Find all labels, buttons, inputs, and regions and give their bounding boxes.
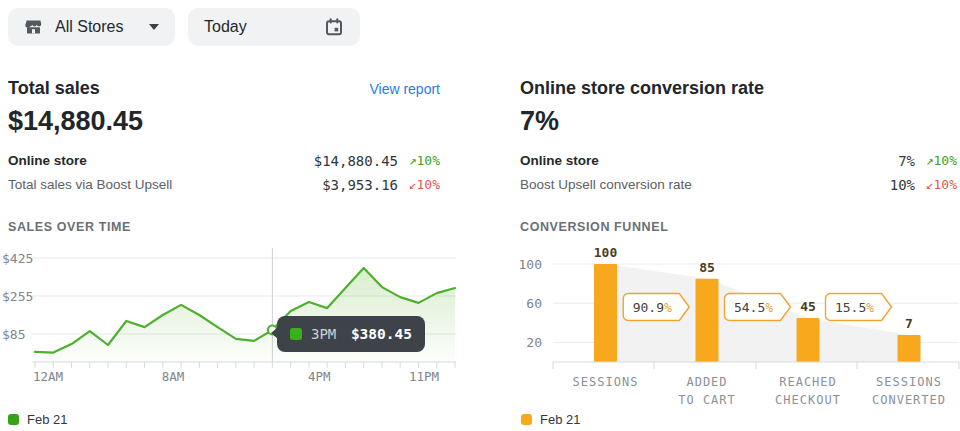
funnel-bar[interactable] bbox=[898, 335, 921, 362]
series-swatch bbox=[290, 328, 302, 340]
conversion-badge-label: 90.9% bbox=[633, 300, 672, 315]
metric-label: Online store bbox=[520, 153, 599, 168]
bar-value-label: 100 bbox=[594, 245, 618, 260]
bar-value-label: 45 bbox=[800, 299, 816, 314]
metric-value: $3,953.16 bbox=[322, 177, 398, 193]
funnel-category-label: CONVERTED bbox=[872, 393, 946, 407]
bar-value-label: 7 bbox=[905, 316, 913, 331]
trend-change: 10% bbox=[934, 177, 957, 192]
tooltip-caret bbox=[271, 327, 278, 339]
funnel-bar[interactable] bbox=[797, 318, 820, 362]
trend-up-badge: ↗10% bbox=[926, 153, 957, 168]
bar-value-label: 85 bbox=[699, 260, 715, 275]
conversion-title: Online store conversion rate bbox=[520, 78, 764, 99]
y-axis-label: 20 bbox=[526, 335, 542, 350]
trend-change: 10% bbox=[417, 177, 440, 192]
y-axis-label: 60 bbox=[526, 296, 542, 311]
total-sales-value: $14,880.45 bbox=[8, 106, 143, 137]
funnel-category-label: REACHED bbox=[779, 375, 837, 389]
store-selector[interactable]: All Stores bbox=[8, 8, 175, 46]
legend-swatch-orange bbox=[521, 414, 532, 425]
trend-up-badge: ↗10% bbox=[409, 153, 440, 168]
metric-label: Online store bbox=[8, 153, 87, 168]
funnel-category-label: CHECKOUT bbox=[775, 393, 841, 407]
date-selector-label: Today bbox=[204, 18, 247, 36]
tooltip-value: $380.45 bbox=[351, 326, 412, 342]
y-axis-label: $255 bbox=[2, 289, 33, 304]
chevron-down-icon bbox=[149, 24, 159, 30]
funnel-category-label: ADDED bbox=[686, 375, 727, 389]
x-axis-label: 11PM bbox=[409, 369, 439, 384]
x-axis-label: 12AM bbox=[33, 369, 63, 384]
sales-chart-legend: Feb 21 bbox=[8, 412, 67, 427]
funnel-category-label: SESSIONS bbox=[573, 375, 639, 389]
metric-label: Boost Upsell conversion rate bbox=[520, 177, 692, 192]
store-selector-label: All Stores bbox=[55, 18, 137, 36]
chart-tooltip: 3PM $380.45 bbox=[277, 316, 425, 352]
metric-label: Total sales via Boost Upsell bbox=[8, 177, 172, 192]
metric-value: 7% bbox=[898, 153, 915, 169]
metric-row: Total sales via Boost Upsell $3,953.16 ↙… bbox=[8, 177, 440, 195]
metric-row: Online store 7% ↗10% bbox=[520, 153, 957, 171]
conversion-badge-label: 54.5% bbox=[734, 300, 773, 315]
view-report-link[interactable]: View report bbox=[369, 81, 440, 97]
funnel-category-label: TO CART bbox=[678, 393, 736, 407]
trend-down-icon: ↙ bbox=[409, 177, 417, 192]
tooltip-time: 3PM bbox=[311, 326, 336, 342]
trend-down-icon: ↙ bbox=[926, 177, 934, 192]
funnel-bar[interactable] bbox=[696, 279, 719, 362]
trend-change: 10% bbox=[934, 153, 957, 168]
sales-over-time-heading: SALES OVER TIME bbox=[8, 220, 131, 234]
funnel-category-label: SESSIONS bbox=[876, 375, 942, 389]
metric-value: 10% bbox=[890, 177, 915, 193]
y-axis-label: $85 bbox=[2, 327, 25, 342]
conversion-funnel-chart[interactable]: 10060201008545790.9%54.5%15.5%SESSIONSAD… bbox=[516, 240, 960, 410]
x-axis-label: 4PM bbox=[308, 369, 331, 384]
trend-up-icon: ↗ bbox=[409, 153, 417, 168]
y-axis-label: 100 bbox=[519, 257, 542, 272]
funnel-chart-legend: Feb 21 bbox=[521, 412, 580, 427]
y-axis-label: $425 bbox=[2, 251, 33, 266]
trend-change: 10% bbox=[417, 153, 440, 168]
date-selector[interactable]: Today bbox=[188, 8, 360, 46]
conversion-funnel-heading: CONVERSION FUNNEL bbox=[520, 220, 668, 234]
conversion-badge-label: 15.5% bbox=[835, 300, 874, 315]
calendar-icon bbox=[324, 17, 344, 37]
legend-label: Feb 21 bbox=[27, 412, 67, 427]
legend-label: Feb 21 bbox=[540, 412, 580, 427]
trend-down-badge: ↙10% bbox=[409, 177, 440, 192]
funnel-bar[interactable] bbox=[594, 264, 617, 362]
trend-down-badge: ↙10% bbox=[926, 177, 957, 192]
metric-value: $14,880.45 bbox=[314, 153, 398, 169]
conversion-value: 7% bbox=[520, 106, 559, 137]
legend-swatch-green bbox=[8, 414, 19, 425]
metric-row: Online store $14,880.45 ↗10% bbox=[8, 153, 440, 171]
trend-up-icon: ↗ bbox=[926, 153, 934, 168]
total-sales-title: Total sales bbox=[8, 78, 100, 99]
topbar: All Stores Today bbox=[8, 8, 360, 46]
x-axis-label: 8AM bbox=[162, 369, 185, 384]
metric-row: Boost Upsell conversion rate 10% ↙10% bbox=[520, 177, 957, 195]
store-icon bbox=[24, 18, 43, 36]
